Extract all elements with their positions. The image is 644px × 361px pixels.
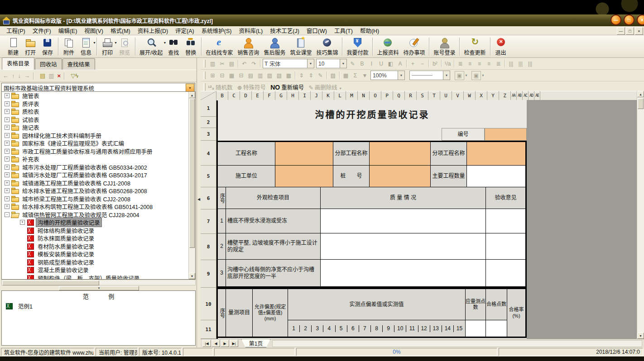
catalog-tool-icon[interactable]: ↓ (18, 73, 21, 79)
menu-item[interactable]: 系统维护(S) (198, 26, 235, 35)
format-icon[interactable]: − (418, 60, 427, 68)
project-name-input-cell[interactable] (275, 142, 333, 166)
menu-item[interactable]: 评定(A) (172, 26, 198, 35)
row-header[interactable]: 4 (201, 142, 216, 166)
format-icon[interactable]: A (396, 60, 404, 68)
tree-horizontal-scrollbar[interactable] (1, 280, 196, 285)
toolbar-grip[interactable] (203, 60, 206, 67)
check-no-cell[interactable]: 3 (217, 259, 226, 287)
table-tool-icon[interactable]: ▩ (284, 71, 293, 80)
tree-item[interactable]: + 城市污水处理厂工程质量验收表格 GB50334-2002 (2, 163, 195, 171)
line-style-combo[interactable]: ▼ (409, 71, 450, 80)
row-header[interactable]: 7 (201, 209, 216, 234)
catalog-tool-icon[interactable]: × (58, 73, 61, 79)
point-number-cell[interactable]: 8 (371, 325, 383, 332)
column-header[interactable]: D (240, 91, 252, 100)
row-header[interactable]: 6 (201, 188, 216, 209)
point-number-cell[interactable]: 1 (288, 325, 300, 332)
format-icon[interactable]: ▤ (227, 60, 236, 68)
shading-color-icon[interactable]: ▣ (471, 71, 481, 80)
quality-input-cell[interactable] (320, 209, 486, 233)
mdi-minimize-button[interactable]: — (617, 27, 625, 35)
point-number-cell[interactable]: 3 (312, 325, 323, 332)
toolbar-button[interactable]: 我要付款 ▼ (344, 37, 370, 57)
check-no-cell[interactable]: 1 (217, 209, 226, 233)
sheet-nav-button[interactable]: ▶ (221, 340, 229, 347)
column-header[interactable]: M (346, 91, 358, 100)
tree-item[interactable]: + 施记表 (2, 124, 195, 132)
select-all-corner[interactable] (201, 91, 216, 100)
sheet-horizontal-scrollbar[interactable] (272, 340, 642, 347)
tree-item[interactable]: 钢筋成型质量验收记录 (2, 258, 195, 266)
table-tool-icon[interactable]: ▦ (227, 71, 236, 80)
row-header[interactable]: 8 (201, 234, 216, 260)
visual-item-header-cell[interactable]: 外观检查项目 (226, 187, 321, 209)
toolbar-button[interactable]: 退出 ▼ (492, 37, 509, 57)
tree-item[interactable]: + 施管表 (2, 92, 195, 100)
format-icon[interactable]: ≡ (485, 60, 493, 68)
row-header[interactable]: 10 (201, 288, 216, 320)
toolbar-button[interactable]: 附件 ▼ (60, 37, 77, 57)
format-icon[interactable]: ✂ (218, 60, 226, 68)
column-header[interactable]: P (381, 91, 393, 100)
tree-item[interactable]: 砌体结构质量验收记录 (2, 227, 195, 235)
point-number-cell[interactable]: 6 (347, 325, 359, 332)
scrollbar-thumb[interactable] (189, 99, 195, 248)
column-header[interactable]: AA (511, 91, 517, 100)
tree-vertical-scrollbar[interactable]: ▲ ▼ (188, 92, 195, 279)
column-header[interactable]: V (452, 91, 464, 100)
toolbar-button[interactable]: 查找 ▼ (165, 37, 182, 57)
column-header[interactable]: U (440, 91, 452, 100)
toolbar-button[interactable]: 上报资料 ▼ (375, 37, 401, 57)
sheet-nav-button[interactable]: ▶| (230, 340, 238, 347)
strikethrough-button[interactable]: ✎画删除线 ▼ (308, 83, 342, 91)
tree-item[interactable]: + 补充表 (2, 155, 195, 163)
menu-item[interactable]: 格式(M) (107, 26, 134, 35)
row-header[interactable]: 2 (201, 117, 216, 128)
quality-input-cell[interactable] (320, 233, 486, 260)
format-icon[interactable]: ||| (516, 60, 525, 68)
column-header[interactable]: F (264, 91, 275, 100)
tree-expander-icon[interactable]: + (5, 109, 10, 114)
menu-item[interactable]: 文件(F) (29, 26, 55, 35)
column-header[interactable]: T (428, 91, 440, 100)
format-icon[interactable]: ≣ (456, 60, 465, 68)
points-passed-header-cell[interactable]: 合格点数 (485, 289, 507, 320)
toolbar-button[interactable]: 打开 ▼ (22, 37, 39, 57)
tree-item[interactable]: + 国家标准《建设工程监理规范》表式汇编 (2, 139, 195, 147)
tree-item[interactable]: + 城镇道路工程施工质量验收表格 CJJ1-2008 (2, 179, 195, 187)
toolbar-button[interactable]: 信息 ▼ (77, 37, 95, 57)
panel-splitter-button[interactable]: ▼ (59, 286, 139, 290)
special-symbol-button[interactable]: ⊕特殊符号 (237, 83, 266, 91)
check-text-cell[interactable]: 沟槽中心线每侧的净宽不应小于沟槽底部开挖宽度的一半 (226, 259, 321, 287)
scroll-up-icon[interactable]: ▲ (637, 91, 644, 97)
table-tool-icon[interactable]: ▨ (329, 71, 337, 80)
menu-item[interactable]: 技术工艺(J) (266, 26, 303, 35)
menu-item[interactable]: 编辑(E) (55, 26, 81, 35)
acceptance-input-cell[interactable] (485, 209, 526, 233)
table-tool-icon[interactable]: ⇕ (297, 71, 306, 80)
table-tool-icon[interactable]: Σ (351, 71, 360, 80)
column-header[interactable]: K (322, 91, 334, 100)
tree-item[interactable]: 卷材防水质量验收记录 (2, 242, 195, 251)
example-item[interactable]: 范例1 (2, 300, 195, 310)
format-icon[interactable]: ↶ (240, 60, 249, 68)
point-number-cell[interactable]: 12 (418, 325, 430, 332)
column-header[interactable]: I (299, 91, 311, 100)
seq-header-cell[interactable]: 序号 (217, 289, 226, 337)
toolbar-button[interactable]: 技巧集锦 ▼ (314, 37, 340, 57)
column-header[interactable]: O (370, 91, 381, 100)
column-header[interactable]: E (252, 91, 264, 100)
points-required-header-cell[interactable]: 应量测点数 (465, 289, 486, 320)
form-title-cell[interactable]: 沟槽的开挖质量验收记录 (218, 100, 527, 128)
toolbar-button[interactable]: 在线找专家 ▼ (203, 37, 235, 57)
font-size-combo[interactable]: 10 ▼ (316, 59, 347, 68)
row-header[interactable]: 5 (201, 166, 216, 187)
tree-item[interactable]: + 给水排水管道工程施工及验收表格 GB50268-2008 (2, 187, 195, 195)
collapse-left-icon[interactable]: ◀ (197, 197, 200, 201)
check-text-cell[interactable]: 槽底不得受水浸泡或受冻 (226, 209, 321, 233)
main-qty-input-cell[interactable] (466, 165, 526, 187)
dropdown-arrow-icon[interactable]: ▼ (465, 74, 468, 77)
menu-item[interactable]: 帮助(H) (356, 26, 383, 35)
column-header[interactable]: X (476, 91, 487, 100)
